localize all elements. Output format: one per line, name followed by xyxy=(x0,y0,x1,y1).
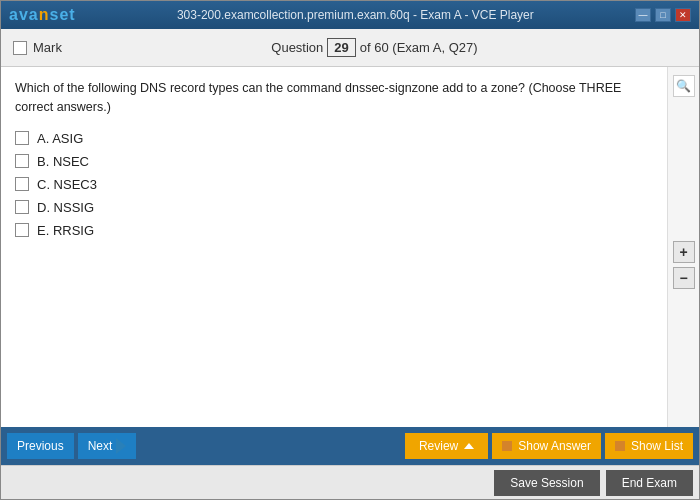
option-checkbox-b[interactable] xyxy=(15,154,29,168)
show-answer-label: Show Answer xyxy=(518,439,591,453)
option-label-b: B. NSEC xyxy=(37,154,89,169)
content-area: Which of the following DNS record types … xyxy=(1,67,699,427)
next-arrow-icon xyxy=(116,438,126,454)
list-item: A. ASIG xyxy=(15,131,653,146)
list-item: B. NSEC xyxy=(15,154,653,169)
question-number: 29 xyxy=(327,38,355,57)
mark-checkbox[interactable] xyxy=(13,41,27,55)
list-item: D. NSSIG xyxy=(15,200,653,215)
show-list-icon xyxy=(615,441,625,451)
next-button[interactable]: Next xyxy=(78,433,137,459)
question-total: of 60 (Exam A, Q27) xyxy=(360,40,478,55)
title-bar-left: avanset xyxy=(9,6,76,24)
review-label: Review xyxy=(419,439,458,453)
options-list: A. ASIG B. NSEC C. NSEC3 D. NSSIG E. RR xyxy=(15,131,653,238)
option-label-d: D. NSSIG xyxy=(37,200,94,215)
question-panel: Which of the following DNS record types … xyxy=(1,67,667,427)
option-label-e: E. RRSIG xyxy=(37,223,94,238)
list-item: C. NSEC3 xyxy=(15,177,653,192)
search-button[interactable]: 🔍 xyxy=(673,75,695,97)
question-label: Question xyxy=(271,40,323,55)
option-checkbox-e[interactable] xyxy=(15,223,29,237)
title-bar: avanset 303-200.examcollection.premium.e… xyxy=(1,1,699,29)
list-item: E. RRSIG xyxy=(15,223,653,238)
action-bar: Save Session End Exam xyxy=(1,465,699,499)
zoom-out-button[interactable]: − xyxy=(673,267,695,289)
nav-bar: Previous Next Review Show Answer Show Li… xyxy=(1,427,699,465)
minimize-button[interactable]: — xyxy=(635,8,651,22)
question-info: Question 29 of 60 (Exam A, Q27) xyxy=(271,38,477,57)
close-button[interactable]: ✕ xyxy=(675,8,691,22)
zoom-in-button[interactable]: + xyxy=(673,241,695,263)
question-header: Mark Question 29 of 60 (Exam A, Q27) xyxy=(1,29,699,67)
show-list-button[interactable]: Show List xyxy=(605,433,693,459)
mark-area: Mark xyxy=(13,40,62,55)
window-controls: — □ ✕ xyxy=(635,8,691,22)
mark-label: Mark xyxy=(33,40,62,55)
end-exam-button[interactable]: End Exam xyxy=(606,470,693,496)
review-button[interactable]: Review xyxy=(405,433,488,459)
maximize-button[interactable]: □ xyxy=(655,8,671,22)
previous-button[interactable]: Previous xyxy=(7,433,74,459)
question-text: Which of the following DNS record types … xyxy=(15,79,653,117)
save-session-button[interactable]: Save Session xyxy=(494,470,599,496)
review-arrow-icon xyxy=(464,443,474,449)
main-window: avanset 303-200.examcollection.premium.e… xyxy=(0,0,700,500)
show-answer-button[interactable]: Show Answer xyxy=(492,433,601,459)
option-checkbox-c[interactable] xyxy=(15,177,29,191)
option-label-a: A. ASIG xyxy=(37,131,83,146)
show-list-label: Show List xyxy=(631,439,683,453)
option-label-c: C. NSEC3 xyxy=(37,177,97,192)
option-checkbox-d[interactable] xyxy=(15,200,29,214)
option-checkbox-a[interactable] xyxy=(15,131,29,145)
logo: avanset xyxy=(9,6,76,24)
show-answer-icon xyxy=(502,441,512,451)
window-title: 303-200.examcollection.premium.exam.60q … xyxy=(177,8,534,22)
right-sidebar: 🔍 + − xyxy=(667,67,699,427)
